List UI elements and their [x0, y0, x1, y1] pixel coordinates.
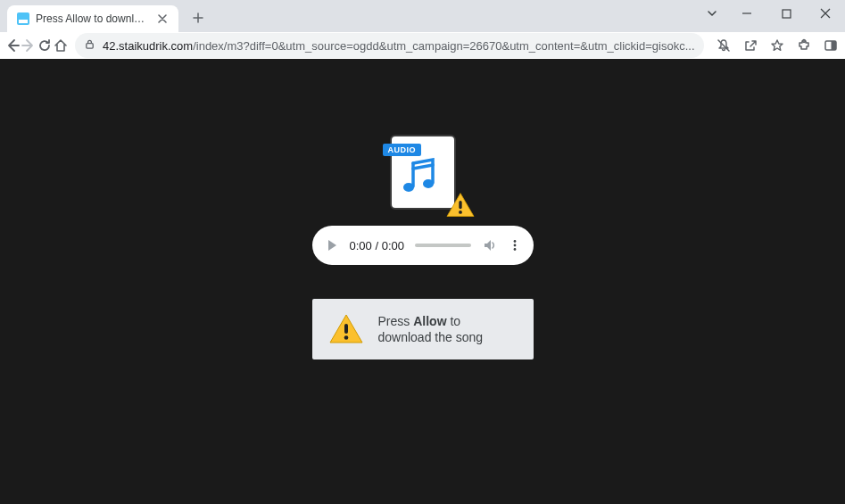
- notifications-muted-icon[interactable]: [711, 33, 736, 58]
- svg-point-19: [344, 335, 348, 340]
- player-menu-button[interactable]: [509, 239, 521, 252]
- warning-icon: [328, 313, 364, 345]
- tab-search-button[interactable]: [697, 0, 727, 27]
- reload-button[interactable]: [37, 33, 52, 58]
- tab-title: Press Allow to download the son: [36, 12, 150, 25]
- content-stack: AUDIO 0:00 / 0:00: [312, 135, 534, 359]
- tab-close-button[interactable]: [155, 12, 170, 26]
- minimize-button[interactable]: [727, 0, 766, 27]
- back-button[interactable]: [5, 33, 20, 58]
- svg-rect-1: [19, 20, 28, 23]
- audio-file-graphic: AUDIO: [390, 135, 456, 210]
- home-button[interactable]: [54, 33, 68, 58]
- browser-toolbar: 42.staikudrik.com/index/m3?diff=0&utm_so…: [0, 32, 845, 59]
- svg-rect-2: [783, 10, 791, 18]
- address-text: 42.staikudrik.com/index/m3?diff=0&utm_so…: [103, 39, 695, 53]
- svg-rect-18: [344, 324, 348, 334]
- bookmark-button[interactable]: [765, 33, 790, 58]
- svg-rect-6: [831, 41, 836, 50]
- svg-point-17: [513, 248, 516, 251]
- extensions-button[interactable]: [791, 33, 816, 58]
- svg-point-12: [423, 179, 434, 188]
- audio-player: 0:00 / 0:00: [312, 226, 534, 265]
- warning-icon: [445, 192, 476, 219]
- play-button[interactable]: [325, 238, 339, 252]
- duration: 0:00: [382, 239, 404, 252]
- maximize-button[interactable]: [766, 0, 806, 27]
- seek-bar[interactable]: [415, 244, 471, 247]
- toolbar-right-icons: [711, 33, 845, 58]
- audio-badge: AUDIO: [383, 144, 422, 156]
- volume-button[interactable]: [482, 237, 498, 253]
- site-security-icon[interactable]: [84, 37, 95, 54]
- tab-favicon: [16, 12, 30, 26]
- allow-prompt-box: Press Allow to download the song: [312, 299, 534, 359]
- address-host: 42.staikudrik.com: [103, 39, 193, 53]
- svg-point-15: [513, 240, 516, 243]
- window-controls: [697, 0, 845, 27]
- svg-point-16: [513, 244, 516, 247]
- svg-point-11: [403, 183, 414, 192]
- close-window-button[interactable]: [806, 0, 845, 27]
- player-time: 0:00 / 0:00: [350, 239, 404, 252]
- side-panel-button[interactable]: [818, 33, 843, 58]
- new-tab-button[interactable]: [186, 5, 211, 30]
- svg-rect-3: [87, 44, 93, 49]
- prompt-text: Press Allow to download the song: [378, 313, 518, 345]
- current-time: 0:00: [350, 239, 372, 252]
- address-path: /index/m3?diff=0&utm_source=ogdd&utm_cam…: [193, 39, 694, 53]
- page-content: AUDIO 0:00 / 0:00: [0, 59, 845, 504]
- browser-title-bar: Press Allow to download the son: [0, 0, 845, 32]
- music-note-icon: [401, 158, 440, 197]
- svg-rect-13: [459, 201, 461, 209]
- forward-button[interactable]: [21, 33, 36, 58]
- browser-tab[interactable]: Press Allow to download the son: [7, 5, 178, 32]
- address-bar[interactable]: 42.staikudrik.com/index/m3?diff=0&utm_so…: [75, 33, 704, 58]
- svg-point-14: [459, 211, 462, 214]
- share-button[interactable]: [738, 33, 763, 58]
- prompt-bold: Allow: [413, 314, 446, 328]
